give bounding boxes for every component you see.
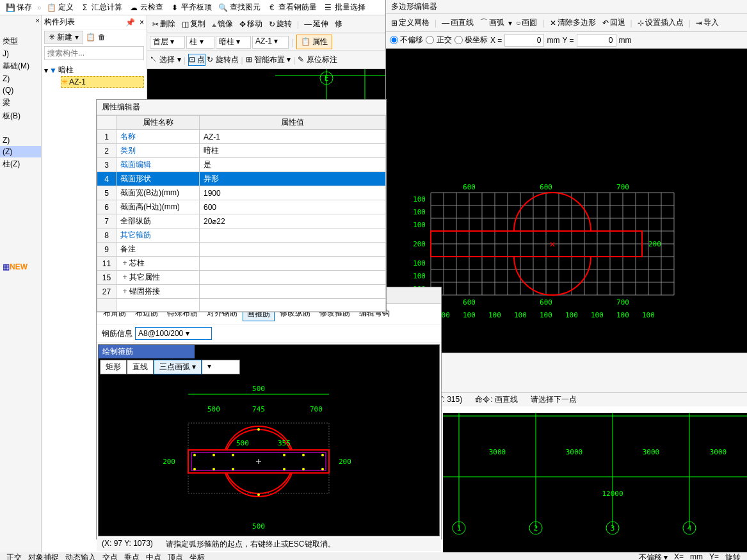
svg-text:100: 100 xyxy=(413,221,426,229)
undo-button[interactable]: ↶ 回退 xyxy=(600,17,628,28)
svg-text:3: 3 xyxy=(611,524,615,532)
set-insert-button[interactable]: ⊹ 设置插入点 xyxy=(635,17,686,28)
define-button[interactable]: 📋定义 xyxy=(44,1,76,15)
point-button[interactable]: ⊡ 点 xyxy=(188,54,205,66)
plus-icon: ✳ xyxy=(49,33,55,42)
type-item[interactable]: J) xyxy=(0,48,41,60)
mirror-button[interactable]: ⟁ 镜像 xyxy=(209,17,236,32)
select-button[interactable]: ↖ 选择 ▾ xyxy=(150,54,181,65)
table-row[interactable]: 1名称AZ-1 xyxy=(97,130,386,144)
import-button[interactable]: ⇥ 导入 xyxy=(693,17,721,28)
tree-root[interactable]: ▾ ▼ 暗柱 xyxy=(44,64,144,76)
svg-point-23 xyxy=(232,454,234,456)
axis-toggle[interactable]: 坐标 xyxy=(189,552,205,560)
opt-polar[interactable]: 极坐标 xyxy=(454,35,488,45)
expand-icon[interactable]: + xyxy=(120,259,129,268)
ortho-toggle[interactable]: 正交 xyxy=(6,552,22,560)
delete-button[interactable]: ✂ 删除 xyxy=(150,17,178,32)
smart-layout-button[interactable]: ⊞ 智能布置 ▾ xyxy=(246,54,291,65)
pin-icon[interactable]: 📌 xyxy=(125,18,135,27)
snap-toggle[interactable]: 对象捕捉 xyxy=(28,552,59,560)
def-grid-button[interactable]: ⊞ 定义网格 xyxy=(389,17,432,28)
opt-ortho[interactable]: 正交 xyxy=(426,35,451,45)
offset-combo[interactable]: 不偏移 ▾ xyxy=(639,552,668,560)
prop-editor-title[interactable]: 属性编辑器 xyxy=(97,100,386,115)
find-elem-button[interactable]: 🔍查找图元 xyxy=(216,1,263,15)
table-row[interactable]: 2类别暗柱 xyxy=(97,144,386,158)
svg-text:500: 500 xyxy=(236,439,249,447)
svg-point-28 xyxy=(193,468,196,470)
sum-calc-button[interactable]: Σ汇总计算 xyxy=(77,1,125,15)
table-row[interactable]: 5截面宽(B边)(mm)1900 xyxy=(97,186,386,200)
search-input[interactable] xyxy=(44,46,144,60)
delete-icon[interactable]: 🗑 xyxy=(98,33,106,42)
sub-combo[interactable]: 暗柱 ▾ xyxy=(216,36,251,49)
property-button[interactable]: 📋 属性 xyxy=(296,35,332,49)
cross-toggle[interactable]: 交点 xyxy=(102,552,118,560)
table-row[interactable]: 15+其它属性 xyxy=(97,271,386,285)
cloud-check-button[interactable]: ☁云检查 xyxy=(126,1,166,15)
svg-text:700: 700 xyxy=(616,183,629,191)
rot-point-button[interactable]: ↻ 旋转点 xyxy=(207,54,238,65)
type-item[interactable]: 基础(M) xyxy=(0,60,41,73)
x-input[interactable] xyxy=(504,34,544,47)
copy-icon[interactable]: 📋 xyxy=(86,33,95,42)
perp-toggle[interactable]: 垂点 xyxy=(124,552,140,560)
expand-icon[interactable]: + xyxy=(120,287,129,296)
table-row[interactable]: 3截面编辑是 xyxy=(97,158,386,172)
type-item[interactable] xyxy=(0,123,41,134)
type-item[interactable]: Z) xyxy=(0,134,41,146)
property-editor: 属性编辑器 属性名称属性值 1名称AZ-1 2类别暗柱 3截面编辑是 4截面形状… xyxy=(96,99,387,312)
rebar-draw-canvas[interactable]: 绘制箍筋 矩形 直线 三点画弧 ▾ ▾ 500 500 200 200 xyxy=(98,344,440,536)
type-item[interactable]: 柱(Z) xyxy=(0,157,41,171)
table-row[interactable]: 27+锚固搭接 xyxy=(97,285,386,299)
table-row[interactable]: 7全部纵筋20⌀22 xyxy=(97,214,386,228)
expand-icon[interactable]: + xyxy=(120,273,129,282)
type-item-selected[interactable]: (Z) xyxy=(0,146,41,157)
type-combo[interactable]: 柱 ▾ xyxy=(186,36,214,49)
type-item[interactable]: 类型 xyxy=(0,35,41,48)
save-button[interactable]: 💾保存 xyxy=(3,1,35,15)
draw-arc-button[interactable]: ⌒ 画弧 xyxy=(478,17,507,28)
type-item[interactable]: 梁 xyxy=(0,96,41,109)
name-combo[interactable]: AZ-1 ▾ xyxy=(252,36,289,49)
floor-combo[interactable]: 首层 ▾ xyxy=(150,36,185,49)
y-input[interactable] xyxy=(577,34,616,47)
opt-no-offset[interactable]: 不偏移 xyxy=(390,35,423,45)
copy-button[interactable]: ◫ 复制 xyxy=(179,17,208,32)
move-button[interactable]: ✥ 移动 xyxy=(237,17,265,32)
dyn-toggle[interactable]: 动态输入 xyxy=(65,552,96,560)
rotate-button[interactable]: ↻ 旋转 xyxy=(266,17,294,32)
plan-view-canvas[interactable]: 3000 3000 3000 3000 12000 1 2 3 4 xyxy=(443,413,747,552)
extend-button[interactable]: — 延伸 xyxy=(301,17,331,32)
new-button[interactable]: ✳ 新建 ▾ xyxy=(44,31,83,44)
table-row[interactable]: 8其它箍筋 xyxy=(97,228,386,243)
fix-button[interactable]: 修 xyxy=(332,17,345,32)
close-icon[interactable]: × xyxy=(140,18,144,27)
draw-line-button[interactable]: — 画直线 xyxy=(439,17,476,28)
main-canvas[interactable]: E xyxy=(147,69,385,101)
rebar-info-combo[interactable]: A8@100/200 ▾ xyxy=(135,327,212,340)
close-icon[interactable]: × xyxy=(36,17,40,24)
clear-button[interactable]: ✕ 清除多边形 xyxy=(547,17,598,28)
tree-leaf-selected[interactable]: ✳ AZ-1 xyxy=(61,76,144,88)
apex-toggle[interactable]: 顶点 xyxy=(168,552,183,560)
rebar-status-bar: (X: 97 Y: 1073) 请指定弧形箍筋的起点，右键终止或ESC键取消。 xyxy=(97,538,441,551)
orig-mark-button[interactable]: ✎ 原位标注 xyxy=(298,54,337,65)
table-row[interactable]: 6截面高(H边)(mm)600 xyxy=(97,200,386,214)
draw-circle-button[interactable]: ○ 画圆 xyxy=(513,17,540,28)
view-rebar-button[interactable]: €查看钢筋量 xyxy=(264,1,319,15)
edit-toolbar: ✂ 删除 ◫ 复制 ⟁ 镜像 ✥ 移动 ↻ 旋转 | — 延伸 修 xyxy=(147,15,385,33)
svg-text:E: E xyxy=(325,74,329,83)
type-item[interactable]: (Q) xyxy=(0,84,41,96)
mid-toggle[interactable]: 中点 xyxy=(146,552,161,560)
type-item[interactable]: 板(B) xyxy=(0,109,41,123)
table-row-selected[interactable]: 4截面形状异形 xyxy=(97,172,386,186)
type-item[interactable]: Z) xyxy=(0,73,41,84)
table-row[interactable]: 11+芯柱 xyxy=(97,257,386,271)
table-row[interactable] xyxy=(97,299,386,312)
svg-text:100: 100 xyxy=(642,311,655,319)
align-top-button[interactable]: ⬍平齐板顶 xyxy=(167,1,214,15)
table-row[interactable]: 9备注 xyxy=(97,243,386,257)
batch-select-button[interactable]: ☰批量选择 xyxy=(321,1,368,15)
